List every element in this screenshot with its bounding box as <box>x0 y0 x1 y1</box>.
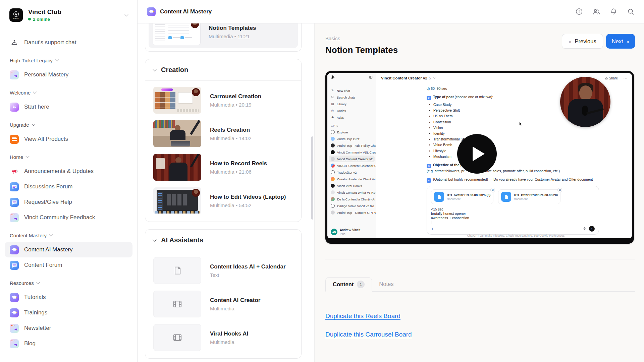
gpt-list: Explore Andrei Isip GPT Andrei Isip - Ad… <box>327 129 376 216</box>
video-chatgpt-sidebar: ✎New chat Search chats ▤Library ◷Codex ⊕… <box>327 73 376 238</box>
sidebar-item-newsletter[interactable]: Newsletter <box>5 320 132 336</box>
section-header-creation[interactable]: Creation <box>145 59 301 81</box>
chatgpt-footer: ChatGPT can make mistakes. Check importa… <box>427 234 606 237</box>
lesson-section-card-basics: Notion Templates Multimedia • 11:21 <box>145 23 302 52</box>
community-sidebar: VINCIT Vincit Club 2 online Danut's supp… <box>0 0 138 362</box>
sidebar-item-announcements-updates[interactable]: Announcements & Updates <box>5 164 132 179</box>
post-type-item: Transformational Story <box>427 136 606 142</box>
lesson-item-reels-creation[interactable]: Reels Creation Multimedia • 14:02 <box>145 117 301 150</box>
gpt-list-item: Traducător v2 <box>327 169 376 176</box>
sidebar-section-high-ticket-legacy[interactable]: High-Ticket Legacy <box>5 54 132 67</box>
graduation-cap-icon <box>10 308 19 317</box>
sidebar-section-home[interactable]: Home <box>5 150 132 164</box>
lesson-item-notion-templates[interactable]: Notion Templates Multimedia • 11:21 <box>149 23 298 48</box>
lesson-thumbnail <box>153 23 201 45</box>
sidebar-section-upgrade[interactable]: Upgrade <box>5 118 132 131</box>
post-type-item: Value Bomb <box>427 142 606 148</box>
duplicate-carrousel-board-link[interactable]: Duplicate this Carrousel Board <box>325 331 412 338</box>
notifications-icon[interactable] <box>610 8 618 15</box>
gpt-icon <box>331 164 335 168</box>
sidebar-item-content-ai-mastery[interactable]: Content AI Mastery <box>5 242 132 257</box>
gpt-list-item: Vincit Community VSL Creator <box>327 149 376 156</box>
mini-nav-new-chat: ✎New chat <box>327 87 376 94</box>
sidebar-item-view-all-products[interactable]: View All Products <box>5 131 132 147</box>
mini-nav-library: ▤Library <box>327 101 376 107</box>
graduation-cap-icon <box>147 7 156 16</box>
community-switcher-chevron-icon[interactable] <box>124 12 128 16</box>
lesson-item-viral-hooks-ai[interactable]: Viral Hooks AI Multimedia <box>145 321 301 354</box>
course-topbar: Content AI Mastery <box>138 0 644 23</box>
content-count-badge: 1 <box>357 281 365 288</box>
info-icon[interactable] <box>575 8 583 15</box>
gpt-list-item: Creator Avatar de Client Vincit <box>327 176 376 182</box>
list-scrollbar[interactable] <box>311 136 313 220</box>
browser-window-icon <box>10 339 19 348</box>
lesson-item-how-to-edit-videos[interactable]: How to Edit Videos (Laptop) Multimedia •… <box>145 184 301 218</box>
sidebar-item-start-here[interactable]: Start here <box>5 99 132 115</box>
community-logo: VINCIT <box>9 8 23 22</box>
tab-content[interactable]: Content 1 <box>325 277 372 292</box>
browser-window-icon <box>10 70 19 79</box>
next-button[interactable]: Next » <box>606 34 635 49</box>
lesson-item-content-ideas-ai[interactable]: Content Ideas AI + Calendar Text <box>145 254 301 287</box>
sidebar-item-discussions-forum[interactable]: Discussions Forum <box>5 179 132 194</box>
video-player[interactable]: ✎New chat Search chats ▤Library ◷Codex ⊕… <box>325 71 634 244</box>
chatgpt-user: AN Andrew VincitPlus <box>331 228 360 236</box>
share-button: Share <box>605 76 618 80</box>
community-header[interactable]: VINCIT Vincit Club 2 online <box>0 0 137 30</box>
send-icon <box>589 226 595 232</box>
chatgpt-logo-icon <box>331 75 335 80</box>
chevron-down-icon <box>153 67 156 71</box>
community-name: Vincit Club <box>28 8 61 15</box>
document-icon <box>501 192 511 202</box>
avatar: AN <box>331 229 337 235</box>
sidebar-section-resources[interactable]: Resources <box>5 276 132 290</box>
presenter-avatar <box>191 23 199 28</box>
chevrons-right-icon: » <box>627 39 629 44</box>
sidebar-item-content-forum[interactable]: Content Forum <box>5 257 132 273</box>
gpt-icon <box>331 204 335 208</box>
section-divider <box>325 259 635 259</box>
gpt-list-item: Explore <box>327 129 376 135</box>
lesson-section-card-creation: Creation Carrousel Creation Multim <box>145 59 302 222</box>
gpt-list-item: De la Content la Clienți - Ai C... <box>327 196 376 202</box>
play-button[interactable] <box>457 134 497 174</box>
sidebar-item-support-chat[interactable]: Danut's support chat <box>5 35 132 50</box>
gpt-icon <box>331 177 335 181</box>
lesson-item-carrousel-creation[interactable]: Carrousel Creation Multimedia • 20:19 <box>145 83 301 117</box>
cursor-icon <box>519 122 523 128</box>
online-status: 2 online <box>28 17 120 22</box>
graduation-cap-icon <box>10 293 19 302</box>
lesson-item-content-ai-creator[interactable]: Content AI Creator Multimedia <box>145 287 301 321</box>
lesson-tabs: Content 1 Notes <box>325 277 635 292</box>
mini-nav-codex: ◷Codex <box>327 107 376 114</box>
mini-nav-search-chats: Search chats <box>327 94 376 101</box>
sidebar-section-content-mastery[interactable]: Content Mastery <box>5 229 132 242</box>
search-icon[interactable] <box>627 8 635 15</box>
chat-bubble-icon <box>10 198 19 207</box>
lesson-list: Notion Templates Multimedia • 11:21 Crea… <box>138 23 314 362</box>
previous-button[interactable]: « Previous <box>562 34 603 49</box>
sidebar-item-personal-mastery[interactable]: Personal Mastery <box>5 67 132 82</box>
gpt-list-item: Andrei Isip - Ads Policy Chec... <box>327 142 376 149</box>
members-icon[interactable] <box>592 8 600 16</box>
sidebar-item-blog[interactable]: Blog <box>5 336 132 351</box>
course-title-group: Content AI Mastery <box>147 7 212 16</box>
concierge-bell-icon <box>10 38 19 47</box>
gpt-icon <box>331 150 335 154</box>
section-header-ai-assistants[interactable]: AI Assistants <box>145 230 301 251</box>
gpt-icon <box>331 143 335 147</box>
lesson-meta: Multimedia • 11:21 <box>209 34 256 39</box>
sidebar-item-tutorials[interactable]: Tutorials <box>5 290 132 305</box>
lesson-item-how-to-record-reels[interactable]: How to Record Reels Multimedia • 21:06 <box>145 150 301 184</box>
presenter-avatar <box>192 189 200 197</box>
sidebar-item-trainings[interactable]: Trainings <box>5 305 132 320</box>
lesson-thumbnail <box>153 120 201 147</box>
sidebar-item-request-give-help[interactable]: Request/Give Help <box>5 194 132 210</box>
gpts-section-label: GPTs <box>327 123 376 129</box>
tab-notes[interactable]: Notes <box>372 277 400 291</box>
duplicate-reels-board-link[interactable]: Duplicate this Reels Board <box>325 312 400 320</box>
number-chip-icon: 3 <box>427 164 431 168</box>
sidebar-section-welcome[interactable]: Welcome <box>5 86 132 99</box>
sidebar-item-vincit-community-feedback[interactable]: Vincit Community Feedback <box>5 210 132 225</box>
